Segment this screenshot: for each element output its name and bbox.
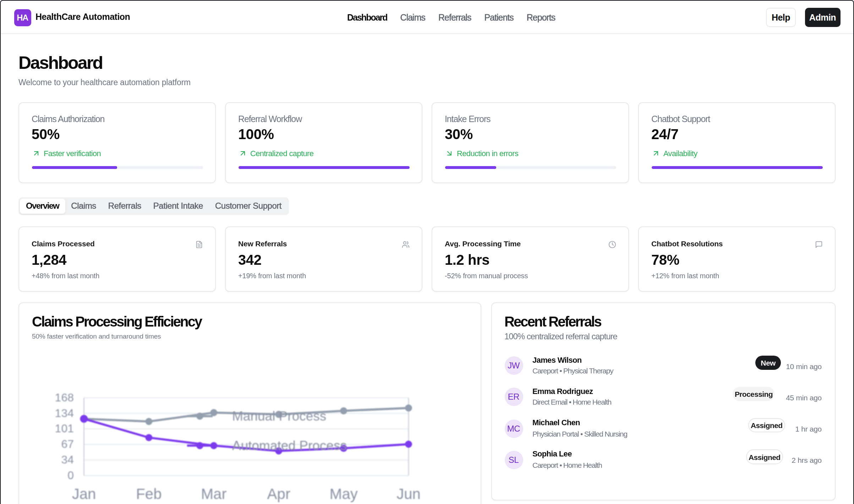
- svg-text:168: 168: [55, 391, 74, 404]
- svg-text:Feb: Feb: [136, 486, 162, 502]
- svg-text:Manual Process: Manual Process: [232, 409, 326, 423]
- svg-text:134: 134: [55, 407, 74, 420]
- svg-text:67: 67: [61, 438, 74, 450]
- svg-text:Jun: Jun: [396, 486, 421, 502]
- svg-text:101: 101: [55, 422, 74, 435]
- svg-text:May: May: [329, 486, 357, 502]
- svg-text:Jan: Jan: [72, 486, 96, 502]
- svg-text:34: 34: [61, 453, 74, 466]
- svg-text:Apr: Apr: [267, 486, 290, 502]
- svg-text:Mar: Mar: [201, 486, 226, 502]
- svg-text:Automated Process: Automated Process: [232, 438, 347, 453]
- svg-text:0: 0: [67, 469, 74, 482]
